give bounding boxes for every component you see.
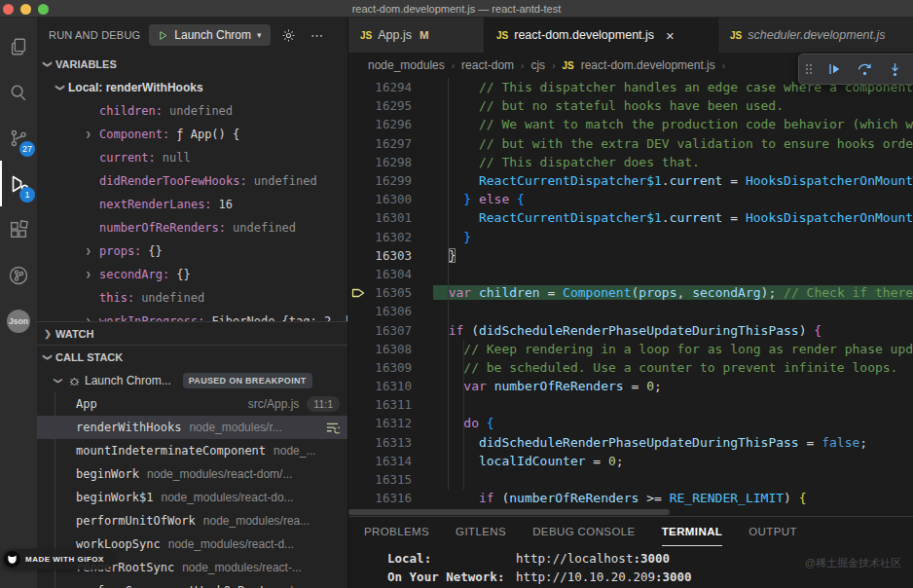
code-line[interactable]: 16300 } else {: [348, 190, 913, 208]
line-number[interactable]: 16301: [368, 210, 412, 225]
line-number[interactable]: 16297: [368, 136, 412, 151]
code-line[interactable]: 16301 ReactCurrentDispatcher$1.current =…: [348, 208, 913, 227]
variable-row[interactable]: ❯secondArg:{}: [37, 263, 347, 286]
stack-frame-row[interactable]: performUnitOfWorknode_modules/rea...: [37, 509, 347, 533]
current-frame-arrow-icon[interactable]: [348, 287, 368, 299]
line-number[interactable]: 16295: [368, 98, 412, 113]
terminal-url[interactable]: http://10.10.20.209: [516, 570, 655, 588]
call-stack-section-header[interactable]: ❯ CALL STACK: [37, 346, 347, 369]
code-editor[interactable]: 16294 // This dispatcher handles an edge…: [348, 78, 913, 508]
code-line[interactable]: 16298 // This dispatcher does that.: [348, 153, 913, 171]
stack-frame-row[interactable]: beginWork$1node_modules/react-do...: [37, 486, 347, 509]
variables-scope-row[interactable]: ❯ Local: renderWithHooks: [37, 76, 347, 99]
line-number[interactable]: 16310: [368, 379, 412, 393]
line-number[interactable]: 16294: [368, 80, 412, 94]
code-line[interactable]: 16316 if (numberOfReRenders >= RE_RENDER…: [348, 489, 913, 507]
tab-scheduler.development.js[interactable]: JSscheduler.development.js: [718, 18, 913, 53]
line-number[interactable]: 16304: [368, 267, 412, 281]
activity-item-json-tools[interactable]: Json: [0, 298, 37, 344]
code-line[interactable]: 16308 // Keep rendering in a loop for as…: [348, 340, 913, 358]
line-number[interactable]: 16305: [368, 285, 412, 300]
step-over-button[interactable]: [851, 56, 878, 82]
variable-row[interactable]: numberOfReRenders:undefined: [37, 216, 347, 239]
code-line[interactable]: 16311: [348, 395, 913, 414]
gear-icon[interactable]: [279, 25, 299, 45]
activity-item-explorer[interactable]: [0, 23, 37, 69]
stack-frame-row[interactable]: mountIndeterminateComponentnode_...: [37, 439, 347, 462]
variable-row[interactable]: children:undefined: [37, 99, 347, 123]
code-line[interactable]: 16312 do {: [348, 414, 913, 432]
line-number[interactable]: 16311: [368, 397, 412, 412]
start-debug-icon[interactable]: [158, 30, 168, 41]
code-line[interactable]: 16310 var numberOfReRenders = 0;: [348, 377, 913, 395]
line-number[interactable]: 16307: [368, 323, 412, 338]
tab-App.js[interactable]: JSApp.jsM: [348, 18, 485, 53]
line-number[interactable]: 16300: [368, 192, 412, 206]
code-line[interactable]: 16307 if (didScheduleRenderPhaseUpdateDu…: [348, 320, 913, 339]
line-number[interactable]: 16309: [368, 360, 412, 375]
close-icon[interactable]: ×: [666, 28, 675, 43]
tab-react-dom.development.js[interactable]: JSreact-dom.development.js×: [485, 18, 718, 53]
minimize-window-button[interactable]: [20, 4, 31, 15]
variable-row[interactable]: ❯workInProgress:FiberNode {tag: 2, key:: [37, 310, 347, 321]
line-number[interactable]: 16312: [368, 416, 412, 430]
variable-row[interactable]: this:undefined: [37, 286, 347, 310]
panel-tab-terminal[interactable]: TERMINAL: [662, 517, 723, 546]
stack-frame-row[interactable]: performConcurrentWorkOnRootnode_...: [37, 579, 347, 588]
stack-frame-row[interactable]: Appsrc/App.js11:1: [37, 392, 347, 416]
code-line[interactable]: 16303 }: [348, 246, 913, 265]
code-line[interactable]: 16305 var children = Component(props, se…: [348, 283, 913, 302]
stack-frame-row[interactable]: renderWithHooksnode_modules/r...: [37, 416, 347, 439]
stack-frame-row[interactable]: beginWorknode_modules/react-dom/...: [37, 462, 347, 486]
activity-item-extensions[interactable]: [0, 206, 37, 252]
code-line[interactable]: 16314 localIdCounter = 0;: [348, 452, 913, 470]
zoom-window-button[interactable]: [38, 4, 49, 15]
panel-tab-debug-console[interactable]: DEBUG CONSOLE: [532, 517, 636, 546]
close-window-button[interactable]: [3, 4, 14, 15]
breadcrumb-item[interactable]: react-dom.development.js: [581, 58, 715, 72]
activity-item-source-control[interactable]: 27: [0, 115, 37, 161]
panel-tab-problems[interactable]: PROBLEMS: [364, 517, 429, 546]
variable-row[interactable]: ❯props:{}: [37, 239, 347, 263]
code-line[interactable]: 16309 // be scheduled. Use a counter to …: [348, 358, 913, 377]
code-line[interactable]: 16315: [348, 470, 913, 489]
line-number[interactable]: 16303: [368, 248, 412, 263]
line-number[interactable]: 16296: [368, 117, 412, 131]
variable-row[interactable]: nextRenderLanes:16: [37, 193, 347, 216]
variable-row[interactable]: didRenderTooFewHooks:undefined: [37, 169, 347, 193]
variable-row[interactable]: ❯Component:ƒ App() {: [37, 123, 347, 146]
line-number[interactable]: 16299: [368, 173, 412, 188]
scrollbar-thumb[interactable]: [348, 509, 670, 515]
activity-item-run-and-debug[interactable]: 1: [0, 161, 37, 206]
panel-tab-output[interactable]: OUTPUT: [749, 517, 797, 546]
activity-item-gitlens[interactable]: [0, 252, 37, 298]
watch-section-header[interactable]: ❯ WATCH: [37, 321, 347, 345]
code-line[interactable]: 16306: [348, 302, 913, 320]
code-line[interactable]: 16299 ReactCurrentDispatcher$1.current =…: [348, 171, 913, 190]
step-into-button[interactable]: [881, 56, 908, 82]
variable-row[interactable]: current:null: [37, 146, 347, 169]
drag-handle-icon[interactable]: [804, 61, 818, 77]
variables-section-header[interactable]: ❯ VARIABLES: [37, 53, 347, 76]
code-line[interactable]: 16313 didScheduleRenderPhaseUpdateDuring…: [348, 433, 913, 452]
code-line[interactable]: 16295 // but no stateful hooks have been…: [348, 96, 913, 115]
panel-tab-gitlens[interactable]: GITLENS: [456, 517, 506, 546]
line-number[interactable]: 16298: [368, 155, 412, 169]
line-number[interactable]: 16306: [368, 304, 412, 318]
more-actions-icon[interactable]: ⋯: [308, 25, 327, 45]
breadcrumb-item[interactable]: node_modules: [368, 58, 445, 72]
code-line[interactable]: 16302 }: [348, 228, 913, 246]
line-number[interactable]: 16316: [368, 491, 412, 505]
line-number[interactable]: 16315: [368, 472, 412, 487]
terminal-url[interactable]: http://localhost: [516, 551, 633, 570]
breadcrumb-item[interactable]: react-dom: [461, 58, 514, 72]
restart-frame-icon[interactable]: [325, 422, 340, 434]
line-number[interactable]: 16302: [368, 230, 412, 244]
code-line[interactable]: 16297 // but with the extra DEV validati…: [348, 134, 913, 153]
debug-session-row[interactable]: ❯ Launch Chrom... PAUSED ON BREAKPOINT: [37, 369, 347, 392]
line-number[interactable]: 16313: [368, 435, 412, 450]
continue-button[interactable]: [821, 56, 848, 82]
activity-item-search[interactable]: [0, 69, 37, 115]
launch-config-dropdown[interactable]: Launch Chrom ▾: [149, 24, 270, 46]
line-number[interactable]: 16308: [368, 342, 412, 356]
